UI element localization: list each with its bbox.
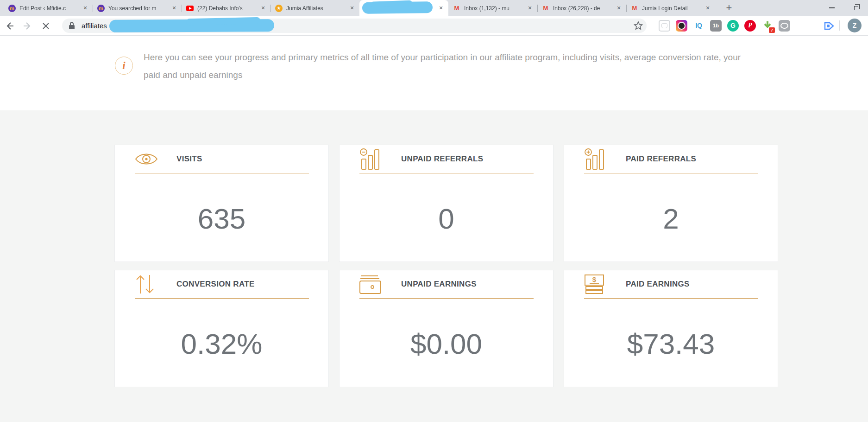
- metric-value: 0: [340, 202, 553, 235]
- metric-label: UNPAID REFERRALS: [401, 154, 483, 164]
- forward-arrow-icon: [23, 21, 32, 31]
- tab-search-results[interactable]: You searched for m: [93, 0, 182, 16]
- star-favicon: [275, 5, 283, 12]
- stop-x-icon: [42, 22, 50, 30]
- metric-label: PAID REFERRALS: [626, 154, 696, 164]
- tab-title: Edit Post ‹ Mfidie.c: [19, 5, 80, 12]
- svg-text:$: $: [592, 275, 597, 283]
- close-tab-icon[interactable]: [437, 4, 445, 12]
- gmail-favicon: [631, 5, 638, 12]
- close-tab-icon[interactable]: [348, 5, 356, 12]
- paid-earnings-card: $ PAID EARNINGS $73.43: [564, 270, 778, 387]
- paid-referrals-card: PAID REFERRALS 2: [564, 145, 778, 262]
- close-tab-icon[interactable]: [615, 5, 623, 12]
- metric-value: $73.43: [564, 327, 778, 360]
- tab-strip: Edit Post ‹ Mfidie.c You searched for m …: [0, 0, 868, 16]
- minimize-icon: [829, 7, 835, 8]
- tab-title: Inbox (1,132) - mu: [464, 5, 524, 12]
- tab-title: Jumia Login Detail: [642, 5, 702, 12]
- downloader-extension-icon[interactable]: 7: [761, 20, 773, 32]
- forward-button[interactable]: [20, 19, 34, 33]
- card-header: $ PAID EARNINGS: [584, 270, 758, 299]
- url-text: affiliates: [82, 22, 107, 30]
- profile-avatar[interactable]: Z: [848, 19, 862, 32]
- visits-card: VISITS 635: [114, 145, 329, 262]
- conversion-rate-card: CONVERSION RATE 0.32%: [114, 270, 329, 387]
- pinterest-extension-icon[interactable]: P: [744, 20, 756, 32]
- mfidie-favicon: [8, 5, 16, 12]
- metric-value: 0.32%: [115, 327, 328, 360]
- dashboard-background: VISITS 635 UNPAID REFERRALS 0: [0, 110, 868, 422]
- gmail-favicon: [453, 5, 460, 12]
- tab-title: Inbox (26,228) - de: [553, 5, 613, 12]
- tab-jumia-affiliates[interactable]: Jumia Affiliates: [270, 0, 359, 16]
- close-tab-icon[interactable]: [170, 5, 178, 12]
- new-tab-button[interactable]: [723, 1, 736, 14]
- censored-tab-title-scribble: [362, 1, 433, 14]
- close-tab-icon[interactable]: [526, 5, 534, 12]
- downloader-badge: 7: [769, 27, 775, 33]
- tab-title: (22) Debabs Info's: [197, 5, 258, 12]
- tab-title: Jumia Affiliates: [286, 5, 346, 12]
- extensions-row: IQ 1b G P 7: [659, 19, 790, 32]
- page-bottom-strip: [0, 422, 868, 434]
- mfidie-favicon: [97, 5, 105, 12]
- unpaid-earnings-card: UNPAID EARNINGS $0.00: [339, 270, 554, 387]
- onetab-extension-icon[interactable]: 1b: [710, 20, 722, 32]
- restore-button[interactable]: [844, 0, 868, 16]
- up-down-arrows-icon: [135, 273, 159, 295]
- close-tab-icon[interactable]: [704, 5, 711, 12]
- tab-active-censored[interactable]: [359, 0, 448, 16]
- tab-jumia-login-details[interactable]: Jumia Login Detail: [626, 0, 715, 16]
- grammarly-extension-icon[interactable]: G: [727, 20, 739, 32]
- card-header: UNPAID EARNINGS: [359, 270, 534, 299]
- instagram-camera-extension-icon[interactable]: [676, 20, 687, 32]
- cat-extension-icon[interactable]: [659, 20, 670, 32]
- metric-label: UNPAID EARNINGS: [401, 280, 477, 289]
- tag-extension-icon[interactable]: [824, 20, 835, 32]
- metric-value: 2: [564, 202, 778, 235]
- tab-gmail-inbox-2[interactable]: Inbox (26,228) - de: [537, 0, 626, 16]
- bookmark-star-icon[interactable]: [634, 21, 643, 30]
- card-header: CONVERSION RATE: [135, 270, 309, 299]
- info-icon: [115, 57, 133, 75]
- back-arrow-icon: [5, 21, 14, 31]
- tab-gmail-inbox-1[interactable]: Inbox (1,132) - mu: [448, 0, 537, 16]
- back-button[interactable]: [3, 19, 17, 33]
- censored-url-scribble: [109, 19, 274, 32]
- window-controls: [820, 0, 868, 16]
- close-tab-icon[interactable]: [82, 5, 89, 12]
- tab-youtube[interactable]: (22) Debabs Info's: [182, 0, 270, 16]
- address-bar[interactable]: affiliates: [62, 19, 647, 33]
- restore-icon: [854, 6, 858, 10]
- lock-icon[interactable]: [69, 22, 75, 30]
- tab-edit-post[interactable]: Edit Post ‹ Mfidie.c: [4, 0, 93, 16]
- metric-value: $0.00: [340, 327, 553, 360]
- toolbar-divider: [839, 20, 840, 31]
- metric-label: VISITS: [176, 154, 202, 164]
- youtube-favicon: [186, 6, 194, 11]
- bar-chart-minus-icon: [359, 148, 384, 170]
- tabs: Edit Post ‹ Mfidie.c You searched for m …: [4, 0, 715, 16]
- info-description: Here you can see your progress and prima…: [144, 49, 743, 84]
- metric-label: CONVERSION RATE: [176, 280, 255, 289]
- wallet-icon: [359, 274, 384, 294]
- eye-icon: [135, 151, 159, 167]
- info-banner: Here you can see your progress and prima…: [0, 36, 868, 110]
- metric-label: PAID EARNINGS: [626, 280, 690, 289]
- gmail-favicon: [542, 5, 549, 12]
- card-header: PAID REFERRALS: [584, 145, 758, 173]
- banknotes-icon: $: [584, 274, 608, 294]
- card-header: UNPAID REFERRALS: [359, 145, 534, 173]
- card-header: VISITS: [135, 145, 309, 173]
- browser-toolbar: affiliates IQ 1b G P 7 Z: [0, 16, 868, 36]
- close-tab-icon[interactable]: [259, 5, 267, 12]
- iq-extension-icon[interactable]: IQ: [693, 20, 704, 32]
- tab-title: You searched for m: [108, 5, 169, 12]
- browser-window: Edit Post ‹ Mfidie.c You searched for m …: [0, 0, 868, 434]
- minimize-button[interactable]: [820, 0, 844, 16]
- unpaid-referrals-card: UNPAID REFERRALS 0: [339, 145, 554, 262]
- stop-loading-button[interactable]: [39, 19, 53, 33]
- mask-extension-icon[interactable]: [779, 20, 790, 32]
- metric-value: 635: [115, 202, 328, 235]
